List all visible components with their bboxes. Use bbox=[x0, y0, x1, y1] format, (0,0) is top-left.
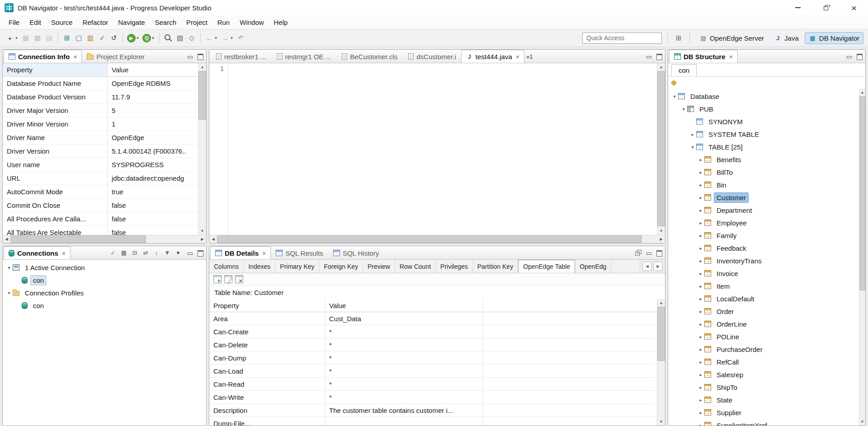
chevron-down-icon[interactable]: ▾ bbox=[671, 94, 678, 99]
tree-item-con[interactable]: con bbox=[3, 274, 206, 286]
commit-button[interactable]: ✓ bbox=[97, 33, 108, 43]
scroll-up-icon[interactable] bbox=[657, 63, 665, 71]
table-row[interactable]: Can-Write* bbox=[209, 391, 657, 404]
minimize-view-button[interactable] bbox=[186, 53, 193, 60]
chevron-right-icon[interactable]: ▸ bbox=[689, 132, 696, 137]
maximize-view-button[interactable] bbox=[197, 249, 204, 256]
tree-item-bin[interactable]: ▸Bin bbox=[668, 178, 859, 191]
tree-item-con[interactable]: con bbox=[3, 299, 206, 312]
scroll-thumb[interactable] bbox=[859, 96, 865, 290]
chevron-down-icon[interactable]: ▾ bbox=[5, 265, 13, 270]
connect-database-button[interactable]: ⊞ bbox=[61, 33, 72, 43]
db-structure-scrollbar[interactable] bbox=[859, 89, 865, 426]
filter-button[interactable]: ▼ bbox=[162, 248, 172, 258]
scroll-up-icon[interactable] bbox=[859, 89, 865, 96]
chevron-right-icon[interactable]: ▸ bbox=[697, 220, 704, 225]
menu-item-file[interactable]: File bbox=[4, 17, 24, 28]
dropdown-arrow-icon[interactable] bbox=[151, 36, 155, 40]
table-row[interactable]: Commit On Closefalse bbox=[3, 199, 198, 212]
chevron-right-icon[interactable]: ▸ bbox=[697, 170, 704, 175]
editor-tab-test444-java[interactable]: test444.java bbox=[461, 50, 524, 63]
connection-info-vertical-scrollbar[interactable] bbox=[198, 63, 206, 235]
open-perspective-button[interactable]: ⊞ bbox=[673, 33, 684, 43]
chevron-right-icon[interactable]: ▸ bbox=[697, 423, 704, 426]
tree-item-state[interactable]: ▸State bbox=[668, 393, 859, 406]
tab-db-details[interactable]: DB Details bbox=[210, 246, 271, 259]
scroll-left-icon[interactable] bbox=[3, 235, 10, 243]
window-minimize-button[interactable] bbox=[784, 0, 812, 15]
tree-item-benefits[interactable]: ▸Benefits bbox=[668, 153, 859, 166]
new-button[interactable]: + bbox=[5, 33, 19, 43]
forward-button[interactable]: → bbox=[220, 33, 235, 43]
collapse-all-button[interactable]: ⊟ bbox=[130, 248, 140, 258]
close-icon[interactable] bbox=[62, 249, 66, 257]
scroll-down-icon[interactable] bbox=[859, 418, 865, 426]
tree-item-pub[interactable]: ▾PUB bbox=[668, 103, 859, 115]
menu-item-project[interactable]: Project bbox=[181, 17, 212, 28]
subtab-primary-key[interactable]: Primary Key bbox=[275, 260, 319, 273]
column-header-value[interactable]: Value bbox=[325, 299, 483, 312]
table-row[interactable]: Driver Version5.1.4.000142 (F000376.. bbox=[3, 145, 198, 158]
menu-item-source[interactable]: Source bbox=[46, 17, 78, 28]
table-row[interactable]: AreaCust_Data bbox=[209, 312, 657, 325]
tab-overflow-indicator[interactable]: »1 bbox=[526, 53, 533, 60]
insert-record-button[interactable]: + bbox=[212, 274, 222, 284]
subtab-scroll-left-button[interactable] bbox=[642, 262, 652, 271]
table-row[interactable]: All Tables Are Selectablefalse bbox=[3, 226, 198, 235]
chevron-right-icon[interactable]: ▸ bbox=[697, 233, 704, 238]
tree-item-billto[interactable]: ▸BillTo bbox=[668, 166, 859, 178]
close-icon[interactable] bbox=[262, 249, 266, 257]
dropdown-arrow-icon[interactable] bbox=[136, 36, 140, 40]
table-row[interactable]: User nameSYSPROGRESS bbox=[3, 158, 198, 172]
table-row[interactable]: Database Product NameOpenEdge RDBMS bbox=[3, 77, 198, 90]
tree-item-purchaseorder[interactable]: ▸PurchaseOrder bbox=[668, 343, 859, 356]
dropdown-arrow-icon[interactable] bbox=[14, 36, 19, 40]
table-row[interactable]: Can-Read* bbox=[209, 378, 657, 391]
tree-item-database[interactable]: ▾Database bbox=[668, 90, 859, 103]
editor-tab-becustomer-cls[interactable]: BeCustomer.cls bbox=[336, 50, 402, 63]
perspective-openedge-server[interactable]: ▤OpenEdge Server bbox=[695, 32, 768, 44]
scroll-thumb[interactable] bbox=[217, 235, 642, 243]
tree-item-1-active-connection[interactable]: ▾1 Active Connection bbox=[3, 261, 206, 274]
open-sql-editor-button[interactable]: ▢ bbox=[73, 33, 84, 43]
tree-item-poline[interactable]: ▸POLine bbox=[668, 330, 859, 343]
tree-item-localdefault[interactable]: ▸LocalDefault bbox=[668, 292, 859, 305]
scroll-up-icon[interactable] bbox=[198, 63, 206, 71]
run-query-button[interactable]: Q bbox=[142, 33, 156, 43]
subtab-columns[interactable]: Columns bbox=[209, 260, 244, 273]
menu-item-window[interactable]: Window bbox=[235, 17, 269, 28]
table-row[interactable]: Can-Load* bbox=[209, 365, 657, 378]
edit-record-button[interactable]: ╱ bbox=[223, 274, 233, 284]
tree-item-supplieritemxref[interactable]: ▸SupplierItemXref bbox=[668, 419, 859, 426]
chevron-right-icon[interactable]: ▸ bbox=[697, 347, 704, 352]
chevron-down-icon[interactable]: ▾ bbox=[680, 107, 687, 112]
minimize-view-button[interactable] bbox=[645, 249, 652, 256]
table-row[interactable]: Database Product Version11.7.9 bbox=[3, 90, 198, 104]
subtab-foreign-key[interactable]: Foreign Key bbox=[320, 260, 363, 273]
editor-horizontal-scrollbar[interactable] bbox=[209, 235, 665, 243]
tree-item-family[interactable]: ▸Family bbox=[668, 229, 859, 242]
chevron-down-icon[interactable]: ▾ bbox=[689, 145, 696, 150]
tree-item-inventorytrans[interactable]: ▸InventoryTrans bbox=[668, 254, 859, 267]
last-edit-location-button[interactable]: ↶ bbox=[236, 33, 246, 43]
connection-subtab[interactable]: con bbox=[671, 64, 697, 76]
tab-connections[interactable]: Connections bbox=[4, 246, 71, 259]
scroll-up-icon[interactable] bbox=[657, 299, 665, 307]
chevron-right-icon[interactable]: ▸ bbox=[697, 195, 704, 200]
table-row[interactable]: Dump-File... bbox=[209, 417, 657, 426]
connection-info-horizontal-scrollbar[interactable] bbox=[3, 235, 206, 243]
maximize-view-button[interactable] bbox=[197, 53, 204, 60]
chevron-right-icon[interactable]: ▸ bbox=[697, 360, 704, 365]
tree-item-refcall[interactable]: ▸RefCall bbox=[668, 356, 859, 368]
tab-project-explorer[interactable]: Project Explorer bbox=[82, 50, 150, 63]
tree-item-orderline[interactable]: ▸OrderLine bbox=[668, 318, 859, 330]
scroll-down-icon[interactable] bbox=[198, 227, 206, 235]
tree-item-department[interactable]: ▸Department bbox=[668, 204, 859, 216]
column-header-property[interactable]: Property bbox=[209, 299, 325, 312]
search-button[interactable] bbox=[163, 33, 174, 43]
chevron-right-icon[interactable]: ▸ bbox=[697, 157, 704, 162]
scroll-down-icon[interactable] bbox=[657, 418, 665, 426]
chevron-right-icon[interactable]: ▸ bbox=[697, 296, 704, 301]
editor-tab-restmgr1-oe[interactable]: restmgr1 OE ... bbox=[271, 50, 336, 63]
window-restore-button[interactable] bbox=[812, 0, 840, 15]
